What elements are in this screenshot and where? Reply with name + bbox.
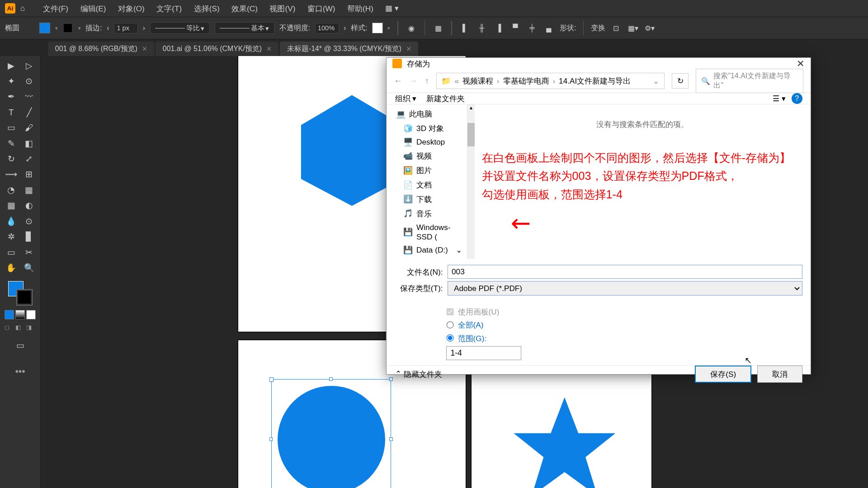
- zoom-tool[interactable]: 🔍: [21, 261, 38, 275]
- stroke-style-select[interactable]: 等比 ▾: [150, 22, 210, 34]
- range-label[interactable]: 范围(G):: [458, 333, 487, 344]
- menu-type[interactable]: 文字(T): [151, 3, 188, 14]
- eraser-tool[interactable]: ◧: [21, 136, 38, 151]
- sidebar-scrollbar[interactable]: ▴: [467, 104, 475, 259]
- pen-tool[interactable]: ✒: [3, 90, 19, 104]
- ellipse-shape[interactable]: [278, 386, 385, 488]
- view-mode-icon[interactable]: ☰ ▾: [773, 94, 786, 103]
- breadcrumb-item[interactable]: 视频课程: [462, 75, 493, 86]
- sidebar-videos[interactable]: 📹视频: [387, 149, 467, 163]
- dialog-file-list[interactable]: 没有与搜索条件匹配的项。 在白色画板上绘制四个不同的图形，然后选择【文件-存储为…: [475, 104, 811, 259]
- align-center-v-icon[interactable]: ╪: [526, 22, 538, 34]
- edit-toolbar[interactable]: •••: [15, 366, 25, 377]
- scale-tool[interactable]: ⤢: [21, 152, 38, 166]
- fill-dropdown[interactable]: ▾: [55, 25, 58, 31]
- rotate-tool[interactable]: ↻: [3, 152, 19, 166]
- breadcrumb[interactable]: 📁 « 视频课程 › 零基础学电商 › 14.AI文件新建与导出 ⌄: [436, 73, 665, 89]
- align-bottom-icon[interactable]: ▄: [543, 22, 555, 34]
- recolor-icon[interactable]: ◉: [405, 22, 417, 34]
- sidebar-data-d[interactable]: 💾Data (D:)⌄: [387, 244, 467, 257]
- align-icon[interactable]: ▦: [432, 22, 444, 34]
- magic-wand-tool[interactable]: ✦: [3, 74, 19, 89]
- breadcrumb-item[interactable]: 14.AI文件新建与导出: [559, 75, 631, 86]
- graph-tool[interactable]: ▊: [21, 230, 38, 244]
- free-transform-tool[interactable]: ⊞: [21, 168, 38, 182]
- align-right-icon[interactable]: ▐: [493, 22, 505, 34]
- filename-input[interactable]: [448, 265, 802, 279]
- slice-tool[interactable]: ✂: [21, 245, 38, 260]
- filetype-select[interactable]: Adobe PDF (*.PDF): [448, 281, 802, 296]
- menu-file[interactable]: 文件(F): [37, 3, 74, 14]
- lasso-tool[interactable]: ⊙: [21, 74, 38, 89]
- stroke-swatch[interactable]: [17, 290, 32, 305]
- opacity-input[interactable]: [315, 23, 339, 33]
- range-input[interactable]: [446, 346, 521, 360]
- sidebar-3d-objects[interactable]: 🧊3D 对象: [387, 121, 467, 136]
- draw-behind-icon[interactable]: ◧: [15, 324, 25, 333]
- dialog-search[interactable]: 🔍 搜索"14.AI文件新建与导出": [696, 69, 803, 94]
- nav-up-icon[interactable]: ↑: [425, 76, 429, 86]
- sidebar-desktop[interactable]: 🖥️Desktop: [387, 136, 467, 149]
- tab-2[interactable]: 001.ai @ 51.06% (CMYK/预览) ×: [156, 42, 278, 56]
- hand-tool[interactable]: ✋: [3, 261, 19, 275]
- menu-help[interactable]: 帮助(H): [341, 3, 379, 14]
- more-icon[interactable]: ⚙▾: [644, 22, 656, 34]
- sidebar-windows-ssd[interactable]: 💾Windows-SSD (: [387, 221, 467, 244]
- tab-close-icon[interactable]: ×: [406, 44, 411, 54]
- all-radio[interactable]: [446, 321, 454, 329]
- align-center-h-icon[interactable]: ╫: [476, 22, 487, 34]
- home-icon[interactable]: ⌂: [20, 4, 25, 13]
- draw-normal-icon[interactable]: ◻: [5, 324, 14, 333]
- stroke-stepper-up[interactable]: ›: [143, 24, 145, 32]
- align-left-icon[interactable]: ▌: [459, 22, 471, 34]
- arrange-icon[interactable]: ▦▾: [627, 22, 639, 34]
- menu-object[interactable]: 对象(O): [112, 3, 151, 14]
- stroke-profile-select[interactable]: 基本 ▾: [215, 22, 274, 34]
- tab-1[interactable]: 001 @ 8.68% (RGB/预览) ×: [48, 42, 154, 56]
- color-mode-gradient[interactable]: [15, 310, 25, 319]
- refresh-icon[interactable]: ↻: [672, 73, 689, 89]
- sidebar-pictures[interactable]: 🖼️图片: [387, 163, 467, 178]
- fill-color[interactable]: [39, 23, 50, 33]
- hide-folders-toggle[interactable]: ⌃ 隐藏文件夹: [395, 369, 442, 380]
- selection-bounds[interactable]: [271, 379, 391, 488]
- tab-close-icon[interactable]: ×: [142, 44, 147, 54]
- color-mode-fill[interactable]: [5, 310, 14, 319]
- sidebar-music[interactable]: 🎵音乐: [387, 206, 467, 221]
- type-tool[interactable]: T: [3, 105, 19, 120]
- breadcrumb-item[interactable]: 零基础学电商: [503, 75, 549, 86]
- menu-edit[interactable]: 编辑(E): [74, 3, 112, 14]
- workspace-switcher[interactable]: ▦ ▾: [379, 4, 405, 13]
- stroke-weight-input[interactable]: [114, 23, 138, 33]
- nav-back-icon[interactable]: ←: [394, 76, 402, 86]
- sidebar-downloads[interactable]: ⬇️下载: [387, 192, 467, 206]
- screen-mode-tool[interactable]: ▭: [12, 338, 28, 353]
- new-folder-button[interactable]: 新建文件夹: [426, 93, 465, 104]
- eyedropper-tool[interactable]: 💧: [3, 214, 19, 229]
- gradient-tool[interactable]: ◐: [21, 198, 38, 213]
- artboard-tool[interactable]: ▭: [3, 245, 19, 260]
- stroke-color[interactable]: [62, 23, 73, 33]
- symbol-sprayer-tool[interactable]: ✲: [3, 230, 19, 244]
- dialog-close-icon[interactable]: ✕: [797, 58, 805, 69]
- stroke-dropdown[interactable]: ▾: [78, 25, 81, 31]
- save-button[interactable]: 保存(S): [695, 366, 751, 383]
- cancel-button[interactable]: 取消: [757, 366, 802, 383]
- selection-tool[interactable]: ▶: [3, 59, 19, 73]
- color-controls[interactable]: [8, 281, 32, 305]
- width-tool[interactable]: ⟿: [3, 168, 19, 182]
- help-icon[interactable]: ?: [792, 93, 802, 104]
- nav-forward-icon[interactable]: →: [409, 76, 418, 86]
- sidebar-this-pc[interactable]: 💻此电脑: [387, 107, 467, 121]
- transform-label[interactable]: 变换: [591, 23, 605, 33]
- curvature-tool[interactable]: 〰: [21, 90, 38, 104]
- opacity-stepper[interactable]: ›: [344, 24, 346, 32]
- sidebar-documents[interactable]: 📄文档: [387, 178, 467, 192]
- shaper-tool[interactable]: ✎: [3, 136, 19, 151]
- color-mode-none[interactable]: [26, 310, 36, 319]
- menu-select[interactable]: 选择(S): [188, 3, 225, 14]
- dialog-titlebar[interactable]: 存储为 ✕: [387, 58, 811, 69]
- star-shape[interactable]: [508, 391, 622, 488]
- align-top-icon[interactable]: ▀: [509, 22, 521, 34]
- stroke-stepper-down[interactable]: ‹: [107, 24, 109, 32]
